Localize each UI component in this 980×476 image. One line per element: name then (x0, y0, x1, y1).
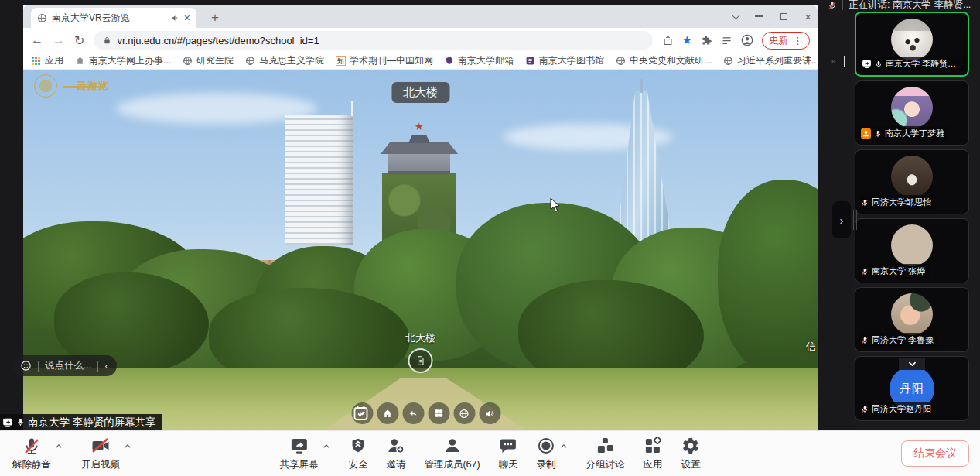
chat-button[interactable]: 聊天 (499, 437, 518, 471)
reload-icon[interactable]: ↻ (74, 33, 84, 48)
apps-icon (644, 437, 662, 455)
vr-panorama-view[interactable]: ★ 云游览 北大楼 北大楼 信 (23, 70, 818, 430)
tab-close-icon[interactable]: × (184, 12, 190, 23)
record-label: 录制 (537, 458, 556, 471)
apps-button[interactable]: 应用 (644, 437, 663, 471)
bookmark-nju-library[interactable]: 南京大学图书馆 (525, 54, 604, 67)
divider (70, 77, 70, 94)
participant-tile[interactable]: 同济大学 李鲁豫 (855, 287, 969, 352)
chevron-right-icon: › (840, 214, 844, 227)
invite-button[interactable]: 邀请 (386, 437, 405, 471)
participant-tile[interactable]: 南京大学丁梦雅 (855, 80, 969, 146)
avatar (891, 87, 933, 128)
vr-hotspot-partial-label: 信 (806, 340, 816, 354)
chat-input-placeholder[interactable]: 说点什么... (45, 359, 91, 372)
participant-tile[interactable]: 南京大学 张烨 (855, 218, 969, 283)
manage-members-button[interactable]: 管理成员(67) (424, 437, 480, 471)
chevron-up-icon[interactable] (560, 443, 568, 449)
divider (97, 361, 98, 372)
window-minimize-icon[interactable] (755, 15, 763, 17)
bookmark-nju-portal[interactable]: 南京大学网上办事... (75, 54, 171, 67)
update-label: 更新 (769, 34, 788, 47)
tab-audio-icon[interactable] (171, 14, 179, 22)
bookmarks-bar: 应用 南京大学网上办事... 研究生院 马克思主义学院 知 学术期刊—中国知网 … (23, 53, 818, 70)
chevron-up-icon[interactable] (124, 443, 131, 449)
panel-drag-handle[interactable] (853, 210, 857, 230)
new-tab-button[interactable]: + (206, 9, 224, 28)
vr-hotspot-beidalou[interactable]: 北大楼 (405, 331, 435, 373)
browser-menu-icon[interactable]: ⋮ (793, 35, 803, 46)
start-video-button[interactable]: 开启视频 (81, 437, 120, 471)
forward-icon[interactable]: → (53, 33, 65, 47)
bookmark-star-icon[interactable]: ★ (682, 33, 692, 47)
home-button[interactable] (377, 402, 398, 424)
security-button[interactable]: 安全 (348, 437, 367, 471)
hotspot-button[interactable] (408, 348, 433, 373)
extensions-puzzle-icon[interactable] (701, 35, 712, 46)
unmute-button[interactable]: 解除静音 (12, 437, 51, 471)
back-icon[interactable]: ← (31, 33, 43, 47)
chevron-up-icon[interactable] (322, 443, 330, 449)
avatar (891, 19, 933, 60)
vr-chat-bar[interactable]: 说点什么... ‹ (12, 355, 117, 376)
emoji-icon[interactable] (20, 360, 32, 372)
participant-tile[interactable]: 丹阳 同济大学赵丹阳 (855, 356, 969, 421)
scenery-white-tower (285, 115, 353, 245)
breakout-rooms-button[interactable]: 分组讨论 (586, 437, 625, 471)
record-icon (537, 437, 555, 455)
address-bar[interactable]: vr.nju.edu.cn/#/pages/test/demo?school_i… (94, 31, 652, 50)
browser-tab[interactable]: 南京大学VR云游览 × (31, 8, 196, 28)
apps-grid-icon (31, 56, 41, 66)
start-video-label: 开启视频 (81, 458, 120, 471)
bookmark-cnki[interactable]: 知 学术期刊—中国知网 (336, 54, 433, 67)
tab-list-icon[interactable] (721, 35, 732, 46)
chevron-up-icon[interactable] (55, 443, 63, 449)
scenery-beidalou-stone (388, 153, 450, 174)
participant-namebar: 同济大学邹思怡 (859, 195, 935, 210)
participant-tile[interactable]: 南京大学 李静贤的... (855, 12, 969, 77)
tile-chevron[interactable] (899, 358, 925, 370)
share-page-icon[interactable] (662, 35, 674, 46)
window-close-icon[interactable]: × (804, 11, 811, 22)
avatar (891, 224, 933, 266)
bookmark-speeches[interactable]: 习近平系列重要讲... (723, 54, 819, 67)
meeting-toolbar: 解除静音 开启视频 共享屏幕 安全 邀请 (0, 430, 980, 476)
bookmarks-overflow-icon[interactable]: » (831, 56, 836, 67)
window-restore-icon[interactable] (780, 13, 787, 20)
meeting-app-window: { "colors": { "active_speaker_green": "#… (0, 0, 980, 476)
bookmark-party-history[interactable]: 中央党史和文献研... (616, 54, 712, 67)
person-add-icon (387, 437, 405, 455)
sound-button[interactable] (479, 402, 500, 424)
record-button[interactable]: 录制 (537, 437, 556, 471)
bookmark-apps[interactable]: 应用 (31, 54, 63, 67)
scenery-antenna (351, 101, 353, 116)
avatar (891, 293, 933, 335)
participant-namebar: 同济大学 李鲁豫 (859, 333, 937, 348)
back-button[interactable] (402, 402, 424, 424)
bookmark-label: 南京大学图书馆 (539, 54, 604, 67)
mic-on-icon (875, 60, 883, 69)
scene-grid-button[interactable] (428, 402, 449, 424)
participant-tile[interactable]: 同济大学邹思怡 (855, 149, 969, 214)
breakout-label: 分组讨论 (586, 458, 625, 471)
bookmark-marxism-school[interactable]: 马克思主义学院 (245, 54, 324, 67)
bookmark-graduate-school[interactable]: 研究生院 (183, 54, 234, 67)
toolbar-right-icons: ★ 更新 ⋮ (662, 32, 810, 50)
chevron-left-icon[interactable]: ‹ (104, 360, 108, 372)
browser-toolbar: ← → ↻ vr.nju.edu.cn/#/pages/test/demo?sc… (23, 28, 818, 53)
chrome-update-button[interactable]: 更新 ⋮ (762, 32, 810, 50)
checklist-button[interactable] (351, 404, 370, 423)
profile-avatar-icon[interactable] (741, 34, 753, 46)
share-screen-button[interactable]: 共享屏幕 (279, 437, 318, 471)
browser-window-controls: × (732, 5, 811, 28)
bookmark-nju-mail[interactable]: 南京大学邮箱 (445, 54, 514, 67)
window-menu-icon[interactable] (732, 11, 740, 19)
home-icon (382, 408, 394, 419)
lock-icon (103, 36, 111, 45)
end-meeting-button[interactable]: 结束会议 (901, 440, 969, 467)
panel-collapse-button[interactable]: › (832, 201, 851, 238)
panorama-globe-button[interactable] (453, 402, 475, 424)
settings-button[interactable]: 设置 (681, 437, 701, 471)
mic-muted-icon (861, 336, 869, 345)
participant-name: 同济大学赵丹阳 (872, 403, 931, 415)
